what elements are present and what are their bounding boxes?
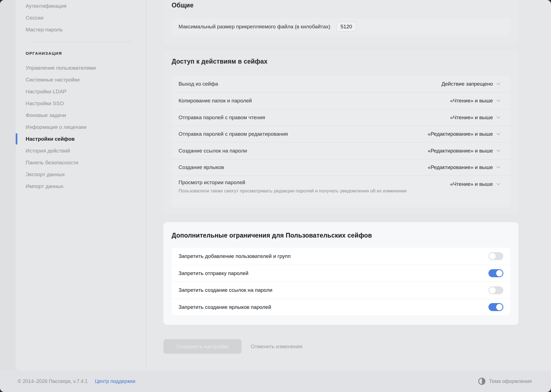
app-window: Аутентификация Сессии Мастер-пароль ОРГА… [0, 0, 551, 392]
row-shortcuts: Создание ярлыков «Редактирование» и выше [172, 159, 510, 176]
max-file-size-input[interactable]: 5120 [336, 22, 356, 32]
select-value: «Редактирование» и выше [428, 131, 493, 137]
sidebar-org-list: Управление пользователями Системные наст… [26, 62, 136, 192]
sidebar-item-sso-settings[interactable]: Настройки SSO [26, 97, 136, 109]
toggle-knob [489, 287, 496, 293]
select-vault-exit[interactable]: Действие запрещено [441, 81, 500, 87]
theme-contrast-icon [478, 378, 485, 385]
toggle-forbid-add-users-groups[interactable] [488, 252, 503, 260]
cancel-changes-button[interactable]: Отменить изменения [251, 339, 302, 354]
select-value: «Редактирование» и выше [428, 164, 493, 170]
select-value: Действие запрещено [441, 81, 493, 87]
toggle-forbid-password-shortcuts[interactable] [488, 303, 503, 311]
row-forbid-password-shortcuts: Запретить создание ярлыков паролей [172, 299, 510, 316]
chevron-down-icon [496, 81, 500, 85]
active-item-indicator [16, 133, 17, 145]
restrictions-rows: Запретить добавление пользователей и гру… [172, 248, 510, 315]
sidebar-item-system-settings[interactable]: Системные настройки [26, 74, 136, 86]
row-password-history: Просмотр истории паролей Пользователи та… [172, 176, 510, 207]
section-vault-access: Доступ к действиям в сейфах Выход из сей… [163, 50, 518, 214]
general-rows: Максимальный размер прикрепляемого файла… [172, 18, 510, 35]
select-password-links[interactable]: «Редактирование» и выше [428, 148, 500, 154]
form-actions: Сохранить настройки Отменить изменения [163, 339, 302, 354]
toggle-forbid-send-passwords[interactable] [488, 269, 503, 277]
chevron-down-icon [496, 181, 500, 185]
sidebar-item-label: Настройки сейфов [26, 136, 75, 142]
chevron-down-icon [496, 115, 500, 119]
max-file-size-label: Максимальный размер прикрепляемого файла… [179, 24, 330, 30]
max-file-size-row: Максимальный размер прикрепляемого файла… [172, 18, 510, 35]
copyright-text: © 2014–2026 Пассворк, v.7.4.1 [18, 379, 88, 384]
sidebar-item-user-management[interactable]: Управление пользователями [26, 62, 136, 74]
select-copy-folders-passwords[interactable]: «Чтение» и выше [450, 98, 500, 104]
sidebar-item-background-tasks[interactable]: Фоновые задачи [26, 109, 136, 121]
chevron-down-icon [496, 131, 500, 135]
row-forbid-send-passwords: Запретить отправку паролей [172, 265, 510, 282]
chevron-down-icon [496, 165, 500, 168]
section-general-title: Общие [172, 1, 510, 9]
section-restrictions-title: Дополнительные ограничения для Пользоват… [172, 231, 510, 240]
sidebar-section-organization: ОРГАНИЗАЦИЯ [26, 47, 136, 59]
row-forbid-password-links: Запретить создание ссылок на пароли [172, 282, 510, 299]
row-forbid-add-users-groups: Запретить добавление пользователей и гру… [172, 248, 510, 265]
select-value: «Чтение» и выше [450, 181, 493, 187]
toggle-knob [489, 253, 496, 259]
toggle-forbid-password-links[interactable] [488, 286, 503, 294]
row-password-links: Создание ссылок на пароли «Редактировани… [172, 142, 510, 159]
select-value: «Чтение» и выше [450, 115, 493, 121]
left-rail [0, 0, 16, 371]
row-send-passwords-read: Отправка паролей с правом чтения «Чтение… [172, 109, 510, 126]
footer: © 2014–2026 Пассворк, v.7.4.1 Центр подд… [0, 371, 551, 392]
sidebar-item-data-import[interactable]: Импорт данных [26, 180, 136, 192]
select-value: «Редактирование» и выше [428, 148, 493, 154]
sidebar-content-divider [146, 0, 146, 371]
sidebar-item-master-password[interactable]: Мастер-пароль [26, 24, 136, 36]
sidebar-item-action-history[interactable]: История действий [26, 145, 136, 157]
toggle-knob [496, 304, 503, 310]
sidebar-item-sessions[interactable]: Сессии [26, 12, 136, 24]
chevron-down-icon [496, 148, 500, 152]
sidebar-item-security-dashboard[interactable]: Панель безопасности [26, 157, 136, 168]
select-password-history[interactable]: «Чтение» и выше [450, 181, 500, 187]
theme-switcher[interactable]: Тема оформления [478, 378, 532, 385]
sidebar-item-authentication[interactable]: Аутентификация [26, 0, 136, 12]
password-history-text: Просмотр истории паролей Пользователи та… [179, 179, 407, 195]
select-send-passwords-edit[interactable]: «Редактирование» и выше [428, 131, 500, 137]
row-vault-exit: Выход из сейфа Действие запрещено [172, 76, 510, 92]
row-send-passwords-edit: Отправка паролей с правом редактирования… [172, 126, 510, 143]
sidebar-item-ldap-settings[interactable]: Настройки LDAP [26, 86, 136, 97]
save-settings-button[interactable]: Сохранить настройки [163, 339, 242, 354]
sidebar-item-license-info[interactable]: Информация о лицензии [26, 121, 136, 133]
sidebar-divider [33, 42, 132, 42]
settings-sidebar: Аутентификация Сессии Мастер-пароль ОРГА… [26, 0, 136, 192]
section-user-vault-restrictions: Дополнительные ограничения для Пользоват… [163, 222, 518, 325]
chevron-down-icon [496, 98, 500, 102]
select-shortcuts[interactable]: «Редактирование» и выше [428, 164, 500, 170]
support-center-link[interactable]: Центр поддержки [95, 379, 135, 384]
theme-label: Тема оформления [489, 379, 532, 384]
select-send-passwords-read[interactable]: «Чтение» и выше [450, 115, 500, 121]
password-history-description: Пользователи также смогут просматривать … [179, 187, 407, 195]
section-vault-access-title: Доступ к действиям в сейфах [172, 57, 510, 66]
toggle-knob [496, 270, 503, 276]
row-copy-folders-passwords: Копирование папок и паролей «Чтение» и в… [172, 92, 510, 109]
sidebar-item-vault-settings[interactable]: Настройки сейфов [26, 133, 136, 145]
vault-access-rows: Выход из сейфа Действие запрещено Копиро… [172, 76, 510, 207]
section-general: Общие Максимальный размер прикрепляемого… [163, 0, 518, 43]
sidebar-item-data-export[interactable]: Экспорт данных [26, 168, 136, 180]
select-value: «Чтение» и выше [450, 98, 493, 104]
